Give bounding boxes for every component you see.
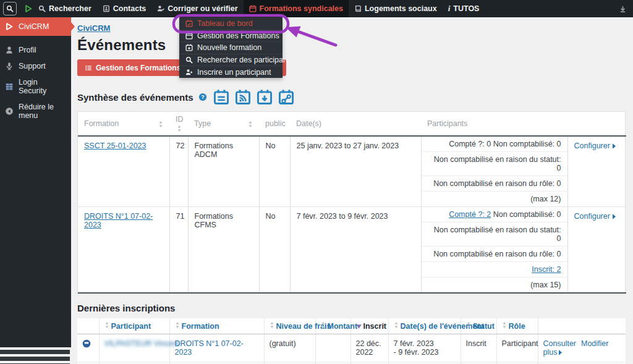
registered-date: 22 déc. 2022	[350, 362, 388, 364]
role: Participant	[496, 362, 538, 364]
col-formation-label: Formation	[84, 119, 119, 128]
nav-formations-syndicales[interactable]: Formations syndicales	[244, 0, 349, 17]
col-type[interactable]: Type	[188, 112, 259, 136]
download-icon[interactable]	[619, 5, 627, 13]
configure-link[interactable]: Configurer	[574, 142, 616, 150]
events-table: Formation ID Type public Date(s) Partici…	[78, 112, 626, 294]
counted-link[interactable]: Compté ?: 2	[449, 210, 491, 219]
event-row: SSCT 25-01-2023 72 Formations ADCM No 25…	[78, 136, 626, 207]
nav-tutos[interactable]: i TUTOS	[443, 0, 485, 17]
event-date-start: 7 févr. 2023	[394, 339, 456, 348]
sidebar-collapse-label: Réduire le menu	[19, 103, 66, 120]
col-event-dates[interactable]: Date(s) de l'événement	[388, 318, 461, 334]
event-formation-link[interactable]: SSCT 25-01-2023	[84, 142, 147, 150]
calendar-icon	[249, 5, 257, 12]
sidebar-support-label: Support	[19, 62, 46, 70]
inscrit-link[interactable]: Inscrit: 2	[532, 265, 561, 274]
event-row: DROITS N°1 07-02-2023 71 Formations CFMS…	[78, 207, 626, 294]
edit-link[interactable]: Modifier	[581, 339, 608, 348]
participants-counted: Compté ?: 0 Non comptabilisé: 0	[422, 137, 567, 152]
sidebar-item-profil[interactable]: Profil	[0, 42, 71, 58]
menu-item-rechercher-participants[interactable]: Rechercher des participants	[179, 54, 283, 66]
nav-logements-sociaux[interactable]: Logements sociaux	[349, 0, 443, 17]
calendar-feed-icon[interactable]	[235, 89, 251, 105]
col-formation[interactable]: Formation	[78, 112, 169, 136]
col-niveau-frais[interactable]: Niveau de frais	[264, 318, 315, 334]
event-date-end: - 9 févr. 2023	[394, 348, 456, 357]
admin-bar: Rechercher Contacts Corriger ou vérifier…	[0, 0, 633, 17]
col-id[interactable]: ID	[169, 112, 188, 136]
sort-icon	[466, 321, 471, 329]
col-inscrit-sorted[interactable]: Inscrit	[350, 318, 388, 334]
inscription-row: VILPASTEUR Vincent DROITS N°1 07-02-2023…	[77, 334, 626, 362]
col-public: public	[259, 112, 290, 136]
participants-status: Non comptabilisé en raison du statut: 0	[422, 222, 567, 247]
role: Participant	[496, 334, 538, 362]
formation-link[interactable]: DROITS N°1 07-02-2023	[175, 339, 244, 357]
menu-item-nouvelle-formation[interactable]: Nouvelle formation	[179, 41, 283, 54]
breadcrumb-civicrm-link[interactable]: CiviCRM	[77, 23, 110, 33]
help-icon[interactable]: ?	[198, 93, 207, 101]
calendar-download-icon[interactable]	[257, 89, 273, 105]
participants-counted: Compté ?: 2 Non comptabilisé: 0	[422, 207, 567, 222]
user-plus-icon	[185, 69, 193, 76]
status: Inscrit	[461, 362, 496, 364]
fee-level: (gratuit)	[264, 334, 315, 362]
col-participant-label: Participant	[111, 322, 151, 331]
sidebar-civicrm-label: CiviCRM	[19, 22, 49, 31]
nav-formations-label: Formations syndicales	[260, 4, 343, 13]
sidebar: CiviCRM Profil Support Login Security Ré…	[0, 17, 71, 347]
search-icon	[6, 5, 14, 12]
event-formation-link[interactable]: DROITS N°1 07-02-2023	[84, 212, 153, 229]
registered-date: 22 déc. 2022	[350, 334, 388, 362]
calendar-list-icon[interactable]	[213, 89, 229, 105]
contact-avatar-icon[interactable]	[82, 339, 91, 348]
nav-rechercher[interactable]: Rechercher	[33, 0, 97, 17]
configure-label: Configurer	[574, 212, 610, 221]
col-montant[interactable]: Montant	[315, 318, 350, 334]
nav-corriger-verifier[interactable]: Corriger ou vérifier	[151, 0, 243, 17]
book-icon	[354, 5, 362, 12]
civicrm-logo-icon	[24, 4, 33, 13]
gestion-formations-button[interactable]: Gestion des Formations	[77, 59, 188, 76]
col-montant-label: Montant	[328, 322, 358, 331]
caret-right-icon	[613, 214, 616, 219]
col-statut[interactable]: Statut	[461, 318, 496, 334]
participants-role: Non comptabilisé en raison du rôle: 0	[422, 176, 567, 192]
menu-item-gestion-formations[interactable]: Gestion des Formations	[179, 30, 283, 42]
user-check-icon	[157, 5, 164, 12]
calendar-plus-icon	[185, 44, 193, 51]
more-label: plus	[543, 348, 558, 357]
view-link[interactable]: Consulter	[543, 339, 577, 348]
sidebar-item-support[interactable]: Support	[0, 58, 71, 74]
configure-link[interactable]: Configurer	[574, 212, 616, 221]
sidebar-item-civicrm[interactable]: CiviCRM	[0, 17, 71, 36]
nav-contacts[interactable]: Contacts	[97, 0, 151, 17]
menu-item-tableau-de-bord[interactable]: Tableau de bord	[179, 17, 283, 30]
col-role[interactable]: Rôle	[496, 318, 538, 334]
breadcrumb: CiviCRM	[77, 23, 633, 33]
nav-rechercher-label: Rechercher	[49, 4, 91, 13]
col-participant[interactable]: Participant	[99, 318, 169, 334]
current-item-arrow	[71, 22, 75, 31]
participants-max: (max 15)	[422, 277, 567, 292]
col-dates: Date(s)	[290, 112, 421, 136]
participants-max: (max 12)	[422, 192, 567, 206]
gestion-formations-button-label: Gestion des Formations	[96, 64, 181, 72]
menu-item-inscrire-participant[interactable]: Inscrire un participant	[179, 66, 283, 78]
more-link[interactable]: plus	[543, 348, 563, 357]
sidebar-item-collapse-menu[interactable]: Réduire le menu	[0, 99, 71, 124]
sidebar-item-login-security[interactable]: Login Security	[0, 74, 71, 99]
amount	[315, 334, 350, 362]
col-formation[interactable]: Formation	[169, 318, 264, 334]
search-toggle-button[interactable]	[3, 2, 17, 15]
screenshot-stripe-artifact	[0, 347, 70, 364]
inscriptions-table-panel: Participant Formation Niveau de frais Mo…	[77, 318, 626, 364]
info-icon: i	[448, 4, 451, 14]
microphone-icon	[5, 62, 14, 70]
calendar-link-icon[interactable]	[278, 89, 294, 105]
events-table-panel: Formation ID Type public Date(s) Partici…	[77, 111, 626, 294]
participant-name-link[interactable]: VILPASTEUR Vincent	[104, 339, 180, 348]
participants-inscrit: Inscrit: 2	[422, 262, 567, 277]
event-id: 72	[169, 136, 188, 207]
